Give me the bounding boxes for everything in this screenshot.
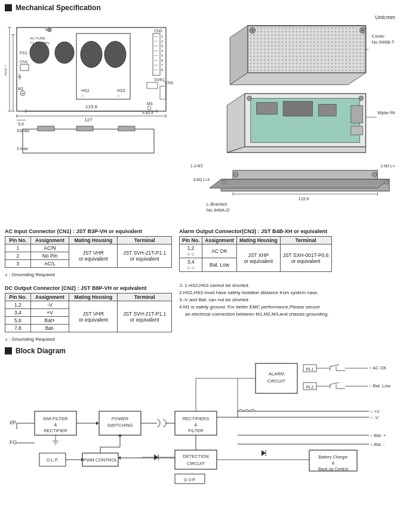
- svg-point-114: [384, 180, 389, 184]
- svg-point-34: [81, 41, 102, 68]
- note-3: 3.-V and Bat- can not be shorted.: [179, 296, 395, 304]
- svg-rect-77: [248, 26, 366, 73]
- section-icon-block: [5, 347, 12, 354]
- section-header-block: Block Diagram: [5, 347, 395, 355]
- unit-label: Unit:mm: [5, 14, 395, 20]
- svg-rect-143: [175, 450, 217, 469]
- svg-marker-91: [227, 147, 365, 153]
- section-icon-mechanical: [5, 4, 12, 11]
- page: Mechanical Specification Unit:mm 127 115…: [0, 0, 400, 532]
- note-2: 2.HS2,HS3 must have safety isolation dis…: [179, 289, 395, 296]
- svg-rect-37: [153, 33, 160, 75]
- svg-text:115.8: 115.8: [85, 104, 98, 109]
- svg-marker-104: [210, 179, 390, 188]
- svg-text:CN1: CN1: [20, 60, 28, 64]
- svg-text:64.75: 64.75: [5, 65, 6, 75]
- svg-text:EMI FILTER: EMI FILTER: [44, 416, 68, 421]
- svg-text:31max.: 31max.: [17, 129, 30, 133]
- svg-rect-95: [318, 104, 336, 116]
- connector-right: Alarm Output Connector(CN3) : JST B4B-XH…: [179, 228, 395, 318]
- svg-line-166: [330, 365, 339, 366]
- svg-text:2-M3 L=4: 2-M3 L=4: [380, 164, 395, 168]
- note-4: 4.M1 is safety ground. For better EMC pe…: [179, 304, 395, 311]
- svg-point-100: [247, 96, 252, 101]
- svg-point-113: [222, 180, 226, 184]
- svg-text:&: &: [332, 461, 335, 465]
- cn1-note: ⏚ : Grounding Required: [5, 271, 172, 279]
- section-title-mechanical: Mechanical Specification: [16, 4, 101, 12]
- svg-text:M3: M3: [147, 102, 153, 106]
- svg-text:Back up Control: Back up Control: [318, 467, 348, 472]
- svg-text:6-M2 L=4: 6-M2 L=4: [193, 178, 210, 182]
- svg-text:8: 8: [161, 68, 164, 72]
- exploded-view: Cover: No.946B-T: [189, 22, 395, 225]
- svg-text:○ +V: ○ +V: [370, 409, 380, 414]
- svg-text:3: 3: [161, 44, 164, 48]
- svg-rect-102: [233, 170, 377, 179]
- svg-text:127: 127: [84, 117, 93, 123]
- svg-point-101: [359, 96, 364, 101]
- svg-text:Battery Charger: Battery Charger: [318, 455, 348, 460]
- mech-svg: 127 115.8 76.2 64.75 5.6: [5, 22, 184, 159]
- svg-text:RL1: RL1: [306, 367, 314, 371]
- svg-rect-55: [160, 86, 166, 99]
- svg-text:2: 2: [161, 39, 164, 43]
- svg-marker-79: [230, 73, 365, 85]
- notes-section: ⚠ 1.HS2,HS3 cannot be shorted. 2.HS2,HS3…: [179, 282, 395, 318]
- svg-text:○ Bat. -: ○ Bat. -: [370, 442, 385, 447]
- svg-rect-97: [351, 126, 363, 135]
- svg-text:7: 7: [161, 63, 164, 67]
- cn1-header-housing: Mating Housing: [69, 237, 118, 244]
- svg-text:5.6: 5.6: [18, 122, 24, 126]
- cn2-note: ⏚ : Grounding Required: [5, 336, 172, 343]
- mechanical-drawing: 127 115.8 76.2 64.75 5.6: [5, 22, 184, 225]
- svg-rect-65: [23, 129, 154, 153]
- svg-text:AC FUSE: AC FUSE: [30, 36, 45, 40]
- cn2-title: DC Output Connector (CN2) : JST B8P-VH o…: [5, 285, 172, 291]
- svg-line-175: [330, 383, 339, 384]
- svg-text:M1: M1: [18, 87, 24, 91]
- svg-text:6: 6: [161, 59, 164, 62]
- svg-text:DETECTION: DETECTION: [183, 454, 208, 459]
- svg-text:○ AC OK: ○ AC OK: [369, 365, 387, 371]
- svg-text:HS3: HS3: [117, 88, 125, 93]
- block-diagram-section: Block Diagram I/P FG EMI FILTER & RECTIF…: [5, 347, 395, 487]
- svg-text:CIRCUIT: CIRCUIT: [187, 461, 205, 466]
- cn2-table: Pin No. Assignment Mating Housing Termin…: [5, 293, 172, 332]
- svg-text:L-Bracket:: L-Bracket:: [207, 201, 228, 207]
- exploded-svg: Cover: No.946B-T: [189, 22, 395, 225]
- svg-text:No.946B-T: No.946B-T: [371, 39, 394, 45]
- svg-text:RECTIFIER: RECTIFIER: [44, 428, 67, 433]
- cn1-title: AC Input Connector (CN1) : JST B3P-VH or…: [5, 228, 172, 234]
- svg-marker-194: [261, 450, 266, 456]
- svg-text:&: &: [194, 422, 197, 427]
- cn1-header-assign: Assignment: [30, 237, 69, 244]
- svg-text:⚠: ⚠: [117, 94, 121, 97]
- svg-marker-130: [96, 421, 99, 425]
- svg-text:4: 4: [161, 49, 164, 53]
- svg-text:FS1: FS1: [20, 51, 27, 55]
- cn3-table: Pin No. Assignment Mating Housing Termin…: [179, 236, 332, 272]
- svg-rect-68: [38, 126, 54, 131]
- table-row: 1 AC/N JST VHRor equivalent JST SVH-21T-…: [5, 244, 172, 252]
- ip-label: I/P: [10, 420, 16, 426]
- svg-rect-93: [257, 102, 278, 114]
- svg-text:&: &: [54, 422, 57, 427]
- svg-text:FILTER: FILTER: [188, 428, 204, 433]
- svg-text:O.L.P.: O.L.P.: [47, 457, 59, 463]
- svg-point-63: [147, 106, 151, 110]
- svg-text:HS2: HS2: [81, 88, 90, 93]
- svg-text:No.946A-D: No.946A-D: [207, 207, 230, 213]
- svg-rect-29: [20, 65, 29, 71]
- table-row: 1,2○ ○ AC OK JST XHPor equivalent JST SX…: [180, 244, 332, 258]
- svg-point-23: [55, 42, 74, 63]
- svg-text:○ -V: ○ -V: [370, 415, 379, 420]
- svg-text:RECTIFIERS: RECTIFIERS: [183, 416, 210, 421]
- svg-rect-94: [283, 101, 312, 116]
- svg-rect-70: [118, 126, 135, 131]
- svg-text:SWITCHING: SWITCHING: [107, 423, 133, 428]
- svg-point-112: [372, 172, 377, 177]
- section-title-block: Block Diagram: [16, 347, 66, 355]
- svg-point-35: [104, 41, 126, 68]
- svg-text:ALARM: ALARM: [269, 371, 284, 377]
